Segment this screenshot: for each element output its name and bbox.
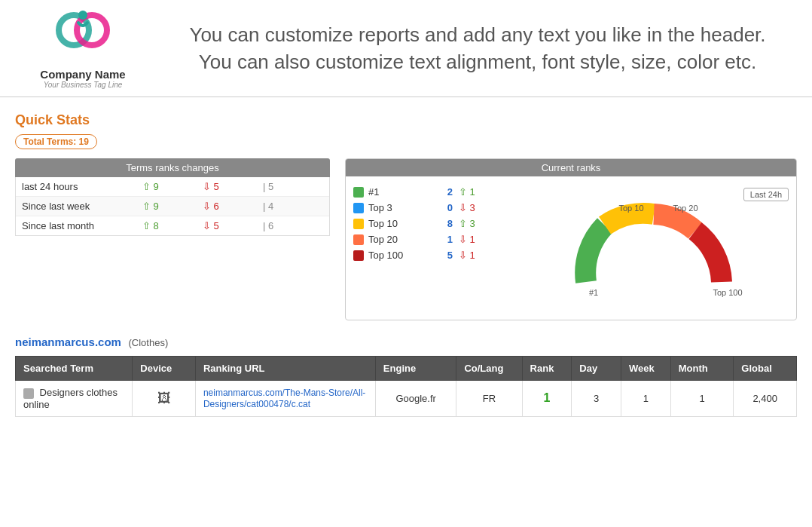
current-ranks-title: Current ranks <box>346 159 796 176</box>
gauge-chart: #1 Top 10 Top 20 Top 100 <box>519 184 789 312</box>
svg-text:#1: #1 <box>589 288 598 297</box>
rank-count: 8 <box>429 218 459 229</box>
quick-stats-title: Quick Stats <box>15 112 797 128</box>
rank-color-dot <box>353 187 364 198</box>
quick-stats-section: Quick Stats Total Terms: 19 <box>15 112 797 158</box>
up-stat: ⇧ 8 <box>142 220 203 231</box>
ranks-content: #1 2 ⇧ 1 Top 3 0 ⇩ 3 <box>353 184 789 312</box>
terms-table-header: Terms ranks changes <box>15 158 330 177</box>
svg-text:Top 10: Top 10 <box>618 204 643 213</box>
company-logo <box>53 8 113 68</box>
th-rank: Rank <box>522 357 572 381</box>
main-content: Quick Stats Total Terms: 19 Terms ranks … <box>0 97 812 432</box>
list-item: Top 3 0 ⇩ 3 <box>353 200 504 216</box>
rank-label: Top 100 <box>353 250 429 261</box>
total-terms-value: 19 <box>79 136 89 147</box>
rank-count: 1 <box>429 234 459 245</box>
table-row: last 24 hours ⇧ 9 ⇩ 5 | 5 <box>16 177 329 197</box>
header-description: You can customize reports and add any te… <box>158 14 797 84</box>
terms-table-body: last 24 hours ⇧ 9 ⇩ 5 | 5 Since last wee… <box>15 177 330 236</box>
svg-text:Top 100: Top 100 <box>713 288 742 297</box>
rank-color-dot <box>353 203 364 213</box>
list-item: Top 20 1 ⇩ 1 <box>353 231 504 247</box>
th-device: Device <box>133 357 196 381</box>
rank-change: ⇩ 1 <box>459 234 489 245</box>
rank-name: #1 <box>368 186 379 198</box>
down-stat: ⇩ 5 <box>203 181 263 192</box>
cell-ranking-url: neimanmarcus.com/The-Mans-Store/All-Desi… <box>195 381 375 417</box>
cell-day: 3 <box>572 381 621 417</box>
row-label: last 24 hours <box>22 181 142 192</box>
rank-color-dot <box>353 234 364 245</box>
rank-label: Top 10 <box>353 218 429 229</box>
th-engine: Engine <box>375 357 456 381</box>
results-table: Searched Term Device Ranking URL Engine … <box>15 356 797 417</box>
rank-change: ⇧ 1 <box>459 186 489 198</box>
term-icon <box>23 388 34 399</box>
list-item: #1 2 ⇧ 1 <box>353 184 504 200</box>
cell-global: 2,400 <box>734 381 797 417</box>
neutral-stat: | 5 <box>263 181 323 192</box>
stats-container: Terms ranks changes last 24 hours ⇧ 9 ⇩ … <box>15 158 797 320</box>
rank-name: Top 100 <box>368 250 403 261</box>
list-item: Top 10 8 ⇧ 3 <box>353 216 504 231</box>
cell-rank: 1 <box>522 381 572 417</box>
neutral-stat: | 6 <box>263 220 323 231</box>
cell-searched-term: Designers clothes online <box>16 381 133 417</box>
table-row: Since last week ⇧ 9 ⇩ 6 | 4 <box>16 197 329 216</box>
th-month: Month <box>670 357 734 381</box>
rank-label: Top 3 <box>353 202 429 213</box>
cell-week: 1 <box>621 381 670 417</box>
svg-text:Top 20: Top 20 <box>673 204 698 213</box>
rank-change: ⇧ 3 <box>459 218 489 229</box>
company-tagline: Your Business Tag Line <box>44 81 123 89</box>
ranking-url-link[interactable]: neimanmarcus.com/The-Mans-Store/All-Desi… <box>203 388 365 409</box>
table-row: Designers clothes online 🖼 neimanmarcus.… <box>16 381 797 417</box>
rank-color-dot <box>353 250 364 261</box>
th-ranking-url: Ranking URL <box>195 357 375 381</box>
domain-section: neimanmarcus.com (Clothes) <box>15 336 797 348</box>
domain-link[interactable]: neimanmarcus.com <box>15 336 121 348</box>
cell-colang: FR <box>456 381 522 417</box>
rank-name: Top 10 <box>368 218 398 229</box>
up-stat: ⇧ 9 <box>142 201 203 212</box>
cell-engine: Google.fr <box>375 381 456 417</box>
table-header-row: Searched Term Device Ranking URL Engine … <box>16 357 797 381</box>
total-terms-label: Total Terms: <box>23 136 76 147</box>
rank-change: ⇩ 1 <box>459 250 489 261</box>
rank-count: 0 <box>429 202 459 213</box>
rank-change: ⇩ 3 <box>459 202 489 213</box>
rank-label: Top 20 <box>353 234 429 245</box>
down-stat: ⇩ 6 <box>203 201 263 212</box>
svg-point-2 <box>78 11 87 20</box>
total-terms-badge: Total Terms: 19 <box>15 134 97 149</box>
domain-category: (Clothes) <box>129 337 169 348</box>
th-week: Week <box>621 357 670 381</box>
list-item: Top 100 5 ⇩ 1 <box>353 247 504 263</box>
terms-table: Terms ranks changes last 24 hours ⇧ 9 ⇩ … <box>15 158 330 236</box>
up-stat: ⇧ 9 <box>142 181 203 192</box>
gauge-svg: #1 Top 10 Top 20 Top 100 <box>563 191 744 305</box>
cell-month: 1 <box>670 381 734 417</box>
th-global: Global <box>734 357 797 381</box>
rank-name: Top 20 <box>368 234 398 245</box>
down-stat: ⇩ 5 <box>203 220 263 231</box>
th-day: Day <box>572 357 621 381</box>
rank-count: 5 <box>429 250 459 261</box>
rank-count: 2 <box>429 186 459 198</box>
rank-value: 1 <box>543 391 550 404</box>
desktop-icon: 🖼 <box>157 391 171 406</box>
page-header: Company Name Your Business Tag Line You … <box>0 0 812 97</box>
company-name: Company Name <box>40 68 125 81</box>
logo-area: Company Name Your Business Tag Line <box>8 8 158 89</box>
ranks-list: #1 2 ⇧ 1 Top 3 0 ⇩ 3 <box>353 184 504 263</box>
th-colang: Co/Lang <box>456 357 522 381</box>
cell-device: 🖼 <box>133 381 196 417</box>
row-label: Since last month <box>22 220 142 231</box>
rank-name: Top 3 <box>368 202 392 213</box>
current-ranks-panel: Current ranks Last 24h #1 2 ⇧ 1 <box>345 158 797 320</box>
neutral-stat: | 4 <box>263 201 323 212</box>
th-searched-term: Searched Term <box>16 357 133 381</box>
row-label: Since last week <box>22 201 142 212</box>
last-24h-badge: Last 24h <box>743 188 789 201</box>
